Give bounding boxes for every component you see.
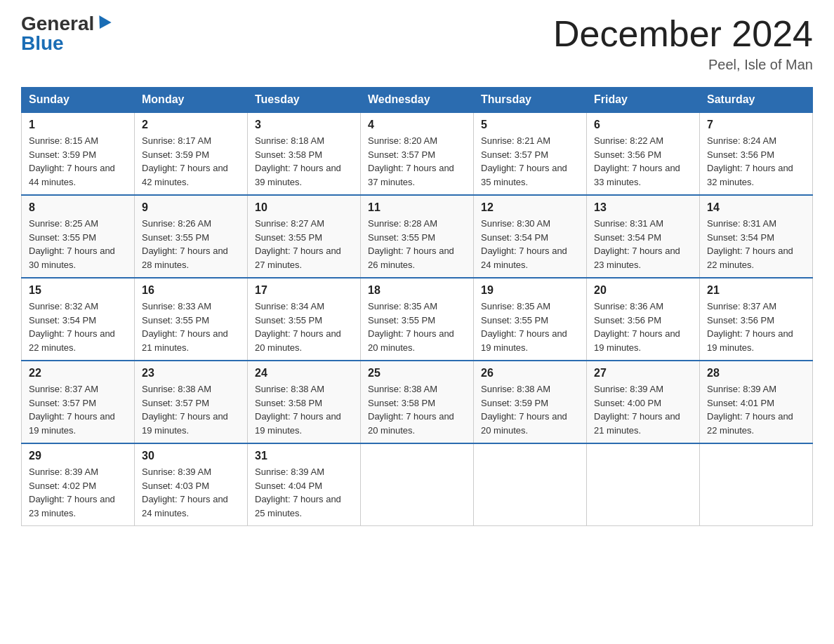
calendar-cell	[587, 443, 700, 526]
calendar-table: SundayMondayTuesdayWednesdayThursdayFrid…	[21, 87, 813, 526]
day-number: 18	[368, 284, 466, 297]
day-info: Sunrise: 8:33 AMSunset: 3:55 PMDaylight:…	[142, 301, 228, 353]
day-number: 19	[481, 284, 579, 297]
day-info: Sunrise: 8:38 AMSunset: 3:58 PMDaylight:…	[368, 384, 454, 436]
day-number: 11	[368, 201, 466, 214]
calendar-cell: 28 Sunrise: 8:39 AMSunset: 4:01 PMDaylig…	[700, 361, 813, 443]
calendar-cell: 25 Sunrise: 8:38 AMSunset: 3:58 PMDaylig…	[361, 361, 474, 443]
calendar-cell: 15 Sunrise: 8:32 AMSunset: 3:54 PMDaylig…	[22, 278, 135, 361]
day-number: 21	[707, 284, 805, 297]
day-number: 3	[255, 119, 353, 131]
day-number: 26	[481, 367, 579, 380]
calendar-cell: 19 Sunrise: 8:35 AMSunset: 3:55 PMDaylig…	[474, 278, 587, 361]
logo-triangle-icon	[94, 15, 112, 32]
calendar-cell: 21 Sunrise: 8:37 AMSunset: 3:56 PMDaylig…	[700, 278, 813, 361]
day-number: 8	[29, 201, 127, 214]
calendar-cell: 10 Sunrise: 8:27 AMSunset: 3:55 PMDaylig…	[248, 195, 361, 278]
week-row-4: 22 Sunrise: 8:37 AMSunset: 3:57 PMDaylig…	[22, 361, 813, 443]
col-header-wednesday: Wednesday	[361, 88, 474, 113]
calendar-cell: 31 Sunrise: 8:39 AMSunset: 4:04 PMDaylig…	[248, 443, 361, 526]
page-header: General Blue December 2024 Peel, Isle of…	[21, 14, 813, 73]
calendar-cell: 27 Sunrise: 8:39 AMSunset: 4:00 PMDaylig…	[587, 361, 700, 443]
calendar-cell: 9 Sunrise: 8:26 AMSunset: 3:55 PMDayligh…	[135, 195, 248, 278]
day-info: Sunrise: 8:38 AMSunset: 3:59 PMDaylight:…	[481, 384, 567, 436]
logo-blue-text: Blue	[21, 34, 110, 53]
week-row-1: 1 Sunrise: 8:15 AMSunset: 3:59 PMDayligh…	[22, 112, 813, 195]
calendar-cell: 5 Sunrise: 8:21 AMSunset: 3:57 PMDayligh…	[474, 112, 587, 195]
logo-general-text: General	[21, 14, 94, 34]
day-number: 22	[29, 367, 127, 380]
calendar-cell: 29 Sunrise: 8:39 AMSunset: 4:02 PMDaylig…	[22, 443, 135, 526]
header-row: SundayMondayTuesdayWednesdayThursdayFrid…	[22, 88, 813, 113]
day-number: 20	[594, 284, 692, 297]
calendar-cell: 20 Sunrise: 8:36 AMSunset: 3:56 PMDaylig…	[587, 278, 700, 361]
day-number: 2	[142, 119, 240, 131]
day-number: 29	[29, 450, 127, 462]
day-info: Sunrise: 8:31 AMSunset: 3:54 PMDaylight:…	[594, 218, 680, 270]
day-info: Sunrise: 8:39 AMSunset: 4:02 PMDaylight:…	[29, 467, 115, 518]
calendar-cell: 22 Sunrise: 8:37 AMSunset: 3:57 PMDaylig…	[22, 361, 135, 443]
day-number: 1	[29, 119, 127, 131]
calendar-cell: 6 Sunrise: 8:22 AMSunset: 3:56 PMDayligh…	[587, 112, 700, 195]
day-info: Sunrise: 8:20 AMSunset: 3:57 PMDaylight:…	[368, 135, 454, 187]
day-number: 14	[707, 201, 805, 214]
calendar-cell: 3 Sunrise: 8:18 AMSunset: 3:58 PMDayligh…	[248, 112, 361, 195]
day-number: 25	[368, 367, 466, 380]
day-number: 17	[255, 284, 353, 297]
calendar-cell: 14 Sunrise: 8:31 AMSunset: 3:54 PMDaylig…	[700, 195, 813, 278]
day-info: Sunrise: 8:32 AMSunset: 3:54 PMDaylight:…	[29, 301, 115, 353]
day-info: Sunrise: 8:38 AMSunset: 3:58 PMDaylight:…	[255, 384, 341, 436]
day-number: 4	[368, 119, 466, 131]
day-number: 24	[255, 367, 353, 380]
day-info: Sunrise: 8:21 AMSunset: 3:57 PMDaylight:…	[481, 135, 567, 187]
day-number: 6	[594, 119, 692, 131]
day-number: 30	[142, 450, 240, 462]
col-header-tuesday: Tuesday	[248, 88, 361, 113]
day-number: 27	[594, 367, 692, 380]
calendar-cell: 13 Sunrise: 8:31 AMSunset: 3:54 PMDaylig…	[587, 195, 700, 278]
day-info: Sunrise: 8:39 AMSunset: 4:03 PMDaylight:…	[142, 467, 228, 518]
col-header-sunday: Sunday	[22, 88, 135, 113]
day-info: Sunrise: 8:27 AMSunset: 3:55 PMDaylight:…	[255, 218, 341, 270]
col-header-friday: Friday	[587, 88, 700, 113]
col-header-saturday: Saturday	[700, 88, 813, 113]
day-info: Sunrise: 8:17 AMSunset: 3:59 PMDaylight:…	[142, 135, 228, 187]
calendar-cell: 2 Sunrise: 8:17 AMSunset: 3:59 PMDayligh…	[135, 112, 248, 195]
calendar-cell: 30 Sunrise: 8:39 AMSunset: 4:03 PMDaylig…	[135, 443, 248, 526]
day-number: 12	[481, 201, 579, 214]
day-info: Sunrise: 8:15 AMSunset: 3:59 PMDaylight:…	[29, 135, 115, 187]
day-info: Sunrise: 8:24 AMSunset: 3:56 PMDaylight:…	[707, 135, 793, 187]
col-header-monday: Monday	[135, 88, 248, 113]
day-info: Sunrise: 8:30 AMSunset: 3:54 PMDaylight:…	[481, 218, 567, 270]
logo: General Blue	[21, 14, 110, 53]
calendar-cell: 11 Sunrise: 8:28 AMSunset: 3:55 PMDaylig…	[361, 195, 474, 278]
day-number: 16	[142, 284, 240, 297]
calendar-cell: 24 Sunrise: 8:38 AMSunset: 3:58 PMDaylig…	[248, 361, 361, 443]
day-info: Sunrise: 8:28 AMSunset: 3:55 PMDaylight:…	[368, 218, 454, 270]
calendar-cell: 17 Sunrise: 8:34 AMSunset: 3:55 PMDaylig…	[248, 278, 361, 361]
calendar-cell	[474, 443, 587, 526]
day-info: Sunrise: 8:18 AMSunset: 3:58 PMDaylight:…	[255, 135, 341, 187]
day-number: 7	[707, 119, 805, 131]
calendar-cell: 23 Sunrise: 8:38 AMSunset: 3:57 PMDaylig…	[135, 361, 248, 443]
day-number: 9	[142, 201, 240, 214]
day-number: 28	[707, 367, 805, 380]
calendar-cell: 16 Sunrise: 8:33 AMSunset: 3:55 PMDaylig…	[135, 278, 248, 361]
month-title: December 2024	[553, 14, 813, 54]
day-info: Sunrise: 8:35 AMSunset: 3:55 PMDaylight:…	[368, 301, 454, 353]
day-number: 15	[29, 284, 127, 297]
location-label: Peel, Isle of Man	[553, 57, 813, 73]
week-row-5: 29 Sunrise: 8:39 AMSunset: 4:02 PMDaylig…	[22, 443, 813, 526]
calendar-cell: 1 Sunrise: 8:15 AMSunset: 3:59 PMDayligh…	[22, 112, 135, 195]
day-info: Sunrise: 8:31 AMSunset: 3:54 PMDaylight:…	[707, 218, 793, 270]
day-info: Sunrise: 8:39 AMSunset: 4:00 PMDaylight:…	[594, 384, 680, 436]
week-row-3: 15 Sunrise: 8:32 AMSunset: 3:54 PMDaylig…	[22, 278, 813, 361]
calendar-cell	[361, 443, 474, 526]
day-info: Sunrise: 8:25 AMSunset: 3:55 PMDaylight:…	[29, 218, 115, 270]
calendar-cell: 8 Sunrise: 8:25 AMSunset: 3:55 PMDayligh…	[22, 195, 135, 278]
day-number: 23	[142, 367, 240, 380]
day-info: Sunrise: 8:36 AMSunset: 3:56 PMDaylight:…	[594, 301, 680, 353]
col-header-thursday: Thursday	[474, 88, 587, 113]
calendar-cell: 18 Sunrise: 8:35 AMSunset: 3:55 PMDaylig…	[361, 278, 474, 361]
day-info: Sunrise: 8:39 AMSunset: 4:01 PMDaylight:…	[707, 384, 793, 436]
